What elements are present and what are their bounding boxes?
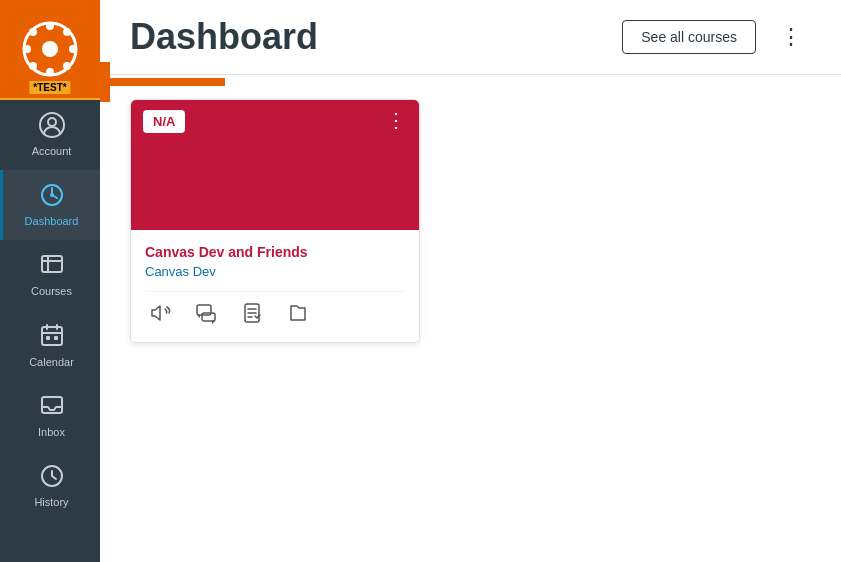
discussions-icon <box>195 302 217 324</box>
svg-rect-14 <box>42 256 62 272</box>
sidebar-item-inbox[interactable]: Inbox <box>0 381 100 451</box>
card-badge: N/A <box>143 110 185 133</box>
header: Dashboard See all courses ⋮ <box>100 0 841 75</box>
svg-point-7 <box>63 28 71 36</box>
header-menu-button[interactable]: ⋮ <box>772 22 811 52</box>
canvas-logo-icon <box>20 19 80 79</box>
sidebar-item-account[interactable]: Account <box>0 100 100 170</box>
svg-point-11 <box>48 118 56 126</box>
svg-point-5 <box>69 45 77 53</box>
inbox-icon <box>39 393 65 423</box>
svg-rect-22 <box>54 336 58 340</box>
svg-point-1 <box>42 41 58 57</box>
announcements-icon <box>149 302 171 324</box>
card-course-name[interactable]: Canvas Dev and Friends <box>145 244 405 260</box>
assignments-icon <box>241 302 263 324</box>
svg-rect-21 <box>46 336 50 340</box>
svg-rect-28 <box>202 313 215 321</box>
sidebar-item-calendar-label: Calendar <box>29 356 74 369</box>
dashboard-icon <box>39 182 65 212</box>
svg-point-6 <box>29 28 37 36</box>
sidebar-item-calendar[interactable]: Calendar <box>0 311 100 381</box>
account-icon <box>39 112 65 142</box>
courses-icon <box>39 252 65 282</box>
card-teacher[interactable]: Canvas Dev <box>145 264 405 279</box>
svg-rect-17 <box>42 327 62 345</box>
card-actions <box>145 291 405 332</box>
test-badge: *TEST* <box>29 81 70 94</box>
files-button[interactable] <box>283 298 313 328</box>
course-card: N/A ⋮ Canvas Dev and Friends Canvas Dev <box>130 99 420 343</box>
files-icon <box>287 302 309 324</box>
calendar-icon <box>39 323 65 353</box>
announcements-button[interactable] <box>145 298 175 328</box>
main-content: Dashboard See all courses ⋮ N/A ⋮ Canvas… <box>100 0 841 562</box>
dashboard-content: N/A ⋮ Canvas Dev and Friends Canvas Dev <box>100 75 841 562</box>
page-title: Dashboard <box>130 16 606 58</box>
svg-point-13 <box>50 193 54 197</box>
card-body: Canvas Dev and Friends Canvas Dev <box>131 230 419 342</box>
sidebar-item-dashboard[interactable]: Dashboard <box>0 170 100 240</box>
sidebar-logo[interactable]: *TEST* <box>0 0 100 100</box>
sidebar-item-dashboard-label: Dashboard <box>25 215 79 228</box>
sidebar-item-inbox-label: Inbox <box>38 426 65 439</box>
card-image-area: N/A ⋮ <box>131 100 419 230</box>
sidebar-nav: Account Dashboard <box>0 100 100 562</box>
history-icon <box>39 463 65 493</box>
sidebar-item-account-label: Account <box>32 145 72 158</box>
svg-point-2 <box>46 22 54 30</box>
svg-point-9 <box>63 62 71 70</box>
svg-point-3 <box>46 68 54 76</box>
see-all-courses-button[interactable]: See all courses <box>622 20 756 54</box>
sidebar-item-history[interactable]: History <box>0 451 100 521</box>
svg-point-4 <box>23 45 31 53</box>
sidebar-item-courses[interactable]: Courses <box>0 240 100 310</box>
sidebar: *TEST* Account <box>0 0 100 562</box>
card-menu-button[interactable]: ⋮ <box>386 110 407 130</box>
sidebar-item-courses-label: Courses <box>31 285 72 298</box>
discussions-button[interactable] <box>191 298 221 328</box>
assignments-button[interactable] <box>237 298 267 328</box>
svg-point-8 <box>29 62 37 70</box>
sidebar-item-history-label: History <box>34 496 68 509</box>
